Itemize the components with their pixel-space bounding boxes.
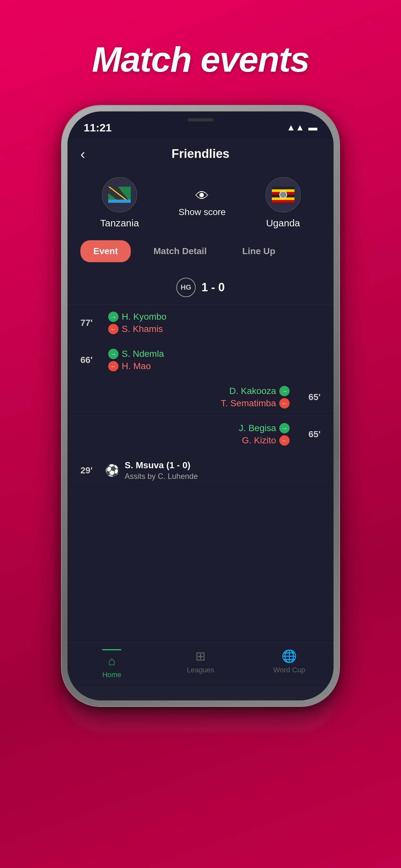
- player-in-kakooza: D. Kakooza →: [229, 386, 289, 396]
- status-icons: ▲▲ ▬: [287, 122, 317, 133]
- home-team: Tanzania: [100, 177, 139, 228]
- tabs-bar: Event Match Detail Line Up: [67, 235, 334, 268]
- player-name-kyombo: H. Kyombo: [122, 312, 166, 322]
- event-row-65a: D. Kakooza → T. Sematimba ← 65': [67, 379, 334, 416]
- app-content: ‹ Friendlies: [67, 137, 334, 701]
- player-out-sematimba: T. Sematimba ←: [221, 398, 289, 408]
- event-minute-77: 77': [81, 318, 103, 328]
- player-out-mao: ← H. Mao: [108, 361, 164, 371]
- tab-line-up[interactable]: Line Up: [229, 240, 288, 262]
- phone-shell: 11:21 ▲▲ ▬ ‹ Friendlies: [62, 105, 339, 706]
- events-bottom-spacer: [67, 488, 334, 527]
- status-time: 11:21: [84, 121, 112, 134]
- tab-event[interactable]: Event: [81, 240, 131, 262]
- svg-rect-6: [272, 187, 295, 189]
- phone-notch: [155, 112, 246, 128]
- battery-icon: ▬: [308, 122, 317, 133]
- event-players-66: → S. Ndemla ← H. Mao: [108, 349, 164, 371]
- phone-device: 11:21 ▲▲ ▬ ‹ Friendlies: [62, 105, 339, 706]
- player-in-begisa: J. Begisa →: [239, 423, 289, 433]
- tanzania-flag: [108, 187, 131, 203]
- sub-out-icon-3: ←: [279, 398, 289, 408]
- event-minute-65a: 65': [298, 392, 320, 402]
- event-players-65b: J. Begisa → G. Kizito ←: [239, 423, 289, 445]
- event-row-66: 66' → S. Ndemla ← H. Mao: [67, 342, 334, 379]
- svg-rect-4: [108, 199, 131, 203]
- teams-section: Tanzania 👁 Show score: [67, 167, 334, 235]
- player-name-begisa: J. Begisa: [239, 423, 276, 433]
- player-name-kizito: G. Kizito: [242, 435, 276, 445]
- tab-match-detail[interactable]: Match Detail: [141, 240, 220, 262]
- score-text: 1 - 0: [202, 281, 225, 294]
- event-row-29: 29' ⚽ S. Msuva (1 - 0) Assits by C. Luhe…: [67, 453, 334, 488]
- page-title: Match events: [92, 39, 309, 80]
- eye-icon: 👁: [195, 188, 209, 204]
- svg-rect-11: [272, 200, 295, 203]
- goal-player-name: S. Msuva (1 - 0): [125, 460, 198, 470]
- phone-screen: 11:21 ▲▲ ▬ ‹ Friendlies: [67, 112, 334, 701]
- away-team-name: Uganda: [266, 218, 300, 228]
- show-score-section[interactable]: 👁 Show score: [179, 188, 226, 217]
- back-button[interactable]: ‹: [81, 146, 85, 162]
- wifi-icon: ▲▲: [287, 122, 305, 133]
- event-players-77: → H. Kyombo ← S. Khamis: [108, 312, 166, 334]
- sub-in-icon-2: →: [108, 349, 119, 359]
- uganda-flag: [272, 187, 295, 203]
- away-team: Uganda: [266, 177, 301, 228]
- nav-active-indicator: [102, 649, 121, 650]
- sub-in-icon: →: [108, 312, 119, 322]
- header-title: Friendlies: [172, 147, 229, 161]
- show-score-label: Show score: [179, 207, 226, 217]
- event-row-65b: J. Begisa → G. Kizito ← 65': [67, 416, 334, 453]
- event-row-77: 77' → H. Kyombo ← S. Khamis: [67, 305, 334, 342]
- speaker: [188, 118, 213, 121]
- score-badge: HG: [176, 278, 196, 297]
- world-cup-nav-icon: 🌐: [281, 649, 297, 663]
- event-players-65a: D. Kakooza → T. Sematimba ←: [221, 386, 289, 408]
- events-list: HG 1 - 0 77' → H. Kyombo ←: [67, 268, 334, 701]
- score-header: HG 1 - 0: [67, 271, 334, 305]
- goal-assist-text: Assits by C. Luhende: [125, 472, 198, 481]
- app-header: ‹ Friendlies: [67, 137, 334, 167]
- event-minute-66: 66': [81, 355, 103, 365]
- sub-in-icon-4: →: [279, 423, 289, 433]
- player-name-sematimba: T. Sematimba: [221, 398, 276, 408]
- player-out-kizito: G. Kizito ←: [242, 435, 289, 445]
- home-team-logo: [102, 177, 137, 213]
- phone-reflection: [62, 668, 339, 732]
- player-out-khamis: ← S. Khamis: [108, 324, 166, 334]
- player-name-ndemla: S. Ndemla: [122, 349, 164, 359]
- event-minute-65b: 65': [298, 429, 320, 439]
- svg-point-13: [280, 191, 286, 198]
- sub-out-icon: ←: [108, 324, 119, 334]
- away-team-logo: [266, 177, 301, 213]
- goal-minute: 29': [81, 465, 100, 476]
- player-in-kyombo: → H. Kyombo: [108, 312, 166, 322]
- player-in-ndemla: → S. Ndemla: [108, 349, 164, 359]
- sub-in-icon-3: →: [279, 386, 289, 396]
- home-nav-icon: ⌂: [108, 654, 116, 668]
- player-name-mao: H. Mao: [122, 361, 151, 371]
- player-name-khamis: S. Khamis: [122, 324, 163, 334]
- ball-icon: ⚽: [105, 464, 120, 477]
- goal-info: S. Msuva (1 - 0) Assits by C. Luhende: [125, 460, 198, 481]
- leagues-nav-icon: ⊞: [195, 649, 206, 663]
- sub-out-icon-2: ←: [108, 361, 119, 371]
- sub-out-icon-4: ←: [279, 435, 289, 445]
- home-team-name: Tanzania: [100, 218, 139, 228]
- player-name-kakooza: D. Kakooza: [229, 386, 276, 396]
